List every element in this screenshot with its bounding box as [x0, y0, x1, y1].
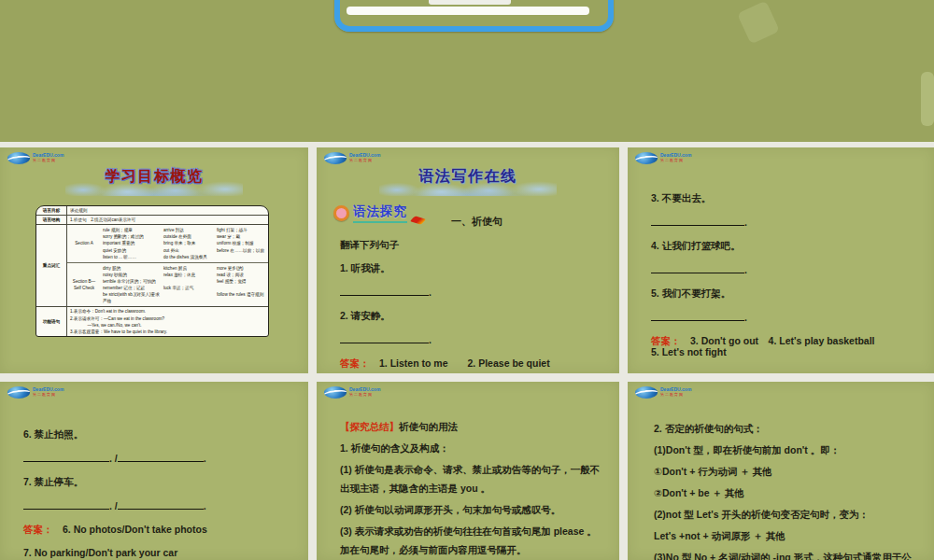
text-segment: 3.: [651, 192, 659, 203]
text-segment: Let's +not: [654, 530, 700, 541]
dearedu-logo: DearEDU.com 第二教育网: [7, 386, 64, 399]
logo-subtext: 第二教育网: [660, 393, 691, 397]
text-line: 1. 祈使句的含义及构成：: [340, 439, 605, 457]
text-segment: 7.: [23, 476, 32, 487]
slide-6: DearEDU.com 第二教育网 2. 否定的祈使句的句式：(1)Don't …: [628, 382, 934, 560]
slide-4: DearEDU.com 第二教育网 6. 禁止拍照。. /.7. 禁止停车。. …: [0, 382, 308, 560]
text-segment: 5.: [651, 287, 659, 299]
badge-circle-icon: [333, 205, 349, 221]
text-segment: 祈使句的含义及构成：: [348, 442, 449, 454]
text-segment: 答案：: [651, 335, 681, 346]
row-header: 语言目标: [36, 206, 67, 215]
row-value: 1.祈使句 2.情态动词can表示许可: [67, 216, 268, 224]
slide-body: 6. 禁止拍照。. /.7. 禁止停车。. /.答案： 6. No photos…: [0, 382, 308, 558]
text-line: ①Don't + 行为动词 ＋ 其他: [654, 462, 923, 481]
text-segment: 型: [681, 509, 696, 520]
text-line: (1) 祈使句是表示命令、请求、禁止或劝告等的句子，一般不出现主语，其隐含的主语…: [340, 460, 605, 497]
row-header: 重点词汇: [36, 225, 67, 306]
text-line: 翻译下列句子: [340, 239, 605, 250]
table-row: 语言结构 1.祈使句 2.情态动词can表示许可: [36, 215, 268, 224]
text-segment: 祈使句的用法: [399, 421, 458, 432]
text-line: 1. 听我讲。: [340, 262, 605, 273]
text-segment: .: [744, 264, 747, 275]
section-label: Section A: [67, 227, 101, 260]
blank-underline: [23, 499, 109, 510]
text-line: 7. 禁止停车。: [23, 476, 294, 487]
text-segment: .: [429, 287, 432, 298]
grammar-explore-badge: 语法探究: [333, 203, 425, 223]
text-segment: No: [694, 552, 707, 560]
text-line: .: [651, 216, 920, 228]
blank-underline: [651, 263, 744, 273]
text-segment: 【探究总结】: [340, 421, 399, 432]
text-line: 7. No parking/Don't park your car: [23, 547, 294, 558]
logo-subtext: 第二教育网: [33, 159, 64, 162]
edge-highlight: [921, 72, 934, 126]
logo-globe-icon: [635, 386, 658, 399]
text-line: (2) 祈使句以动词原形开头，句末加句号或感叹号。: [340, 500, 605, 519]
text-segment: (1): [340, 464, 352, 475]
text-line: 答案： 3. Don't go out 4. Let's play basket…: [651, 335, 920, 357]
slide-1: DearEDU.com 第二教育网 学习目标概览 语言目标 谈论规则 语言结构 …: [0, 147, 308, 373]
blank-underline: [651, 311, 744, 321]
text-segment: 听我讲。: [348, 262, 390, 273]
text-segment: don't: [785, 444, 808, 455]
text-segment: ②: [654, 487, 662, 498]
text-segment: Let's: [697, 509, 719, 520]
text-segment: Don't: [662, 466, 686, 477]
text-line: 【探究总结】祈使句的用法: [340, 417, 605, 436]
text-line: (2)not 型 Let's 开头的祈使句变否定句时，变为：: [654, 505, 923, 524]
row-value: 谈论规则: [67, 206, 268, 215]
text-segment: you: [460, 483, 478, 494]
text-segment: 禁止停车。: [32, 476, 83, 487]
text-segment: 答案：: [23, 524, 53, 535]
section-a-vocab: Section A rule 规则；规章 sorry 抱歉的；难过的 impor…: [67, 225, 268, 262]
dearedu-logo: DearEDU.com 第二教育网: [635, 386, 691, 399]
text-line: 6. 禁止拍照。: [23, 428, 294, 440]
text-segment: 7. No parking/Don't park your car: [23, 547, 177, 558]
text-segment: 形式，这种句式通常用于公: [791, 552, 912, 560]
logo-subtext: 第二教育网: [349, 393, 380, 397]
slide-title: 学习目标概览: [106, 167, 204, 192]
text-segment: 3. Don't go out 4. Let's play basketball…: [651, 335, 914, 357]
vocab-column: fight 打架；战斗 wear 穿；戴 uniform 校服；制服 befor…: [215, 227, 268, 260]
text-segment: .: [744, 312, 747, 323]
text-segment: 祈使句以动词原形开头，句末加句号或感叹号。: [352, 504, 560, 515]
slide-2: DearEDU.com 第二教育网 语法写作在线 语法探究 一、祈使句 翻译下列…: [317, 147, 619, 373]
text-segment: .: [204, 453, 206, 464]
cloud-decoration: 学习目标概览: [65, 162, 243, 196]
text-segment: + 动词原形 ＋ 其他: [700, 530, 785, 541]
text-line: .: [340, 286, 605, 298]
text-segment: 1.: [340, 442, 348, 454]
text-segment: 型: [679, 552, 694, 560]
text-segment: 6. No photos/Don't take photos: [53, 524, 207, 535]
text-segment: (2)not: [654, 509, 681, 520]
blank-underline: [23, 452, 109, 462]
logo-subtext: 第二教育网: [33, 393, 64, 397]
fragment-white-tab: [429, 0, 511, 5]
text-segment: 开头的祈使句变否定句时，变为：: [719, 509, 869, 520]
text-segment: .: [744, 217, 747, 228]
text-segment: 。: [478, 483, 490, 494]
blank-underline: [340, 286, 429, 296]
logo-globe-icon: [324, 386, 347, 399]
text-line: .: [651, 311, 920, 323]
text-line: Let's +not + 动词原形 ＋ 其他: [654, 526, 923, 545]
text-line: ②Don't + be ＋ 其他: [654, 483, 923, 502]
slide-3: DearEDU.com 第二教育网 3. 不要出去。.4. 让我们打篮球吧。.5…: [628, 147, 934, 373]
text-segment: 1.: [340, 262, 348, 273]
row-header: 语言结构: [36, 216, 67, 224]
blank-underline: [651, 216, 744, 226]
text-segment: 6.: [23, 428, 32, 440]
section-label: Section B— Self Check: [67, 265, 101, 305]
logo-subtext: 第二教育网: [660, 159, 691, 162]
row-value: 1.表示命令：Don't eat in the classroom. 2.表示请…: [67, 307, 268, 335]
dearedu-logo: DearEDU.com 第二教育网: [324, 386, 380, 399]
edge-highlight: [737, 1, 780, 45]
text-segment: (2): [340, 504, 352, 515]
text-segment: 不要出去。: [659, 192, 711, 203]
table-row: 功能语句 1.表示命令：Don't eat in the classroom. …: [36, 306, 268, 335]
top-slide-fragment: [334, 0, 614, 32]
text-segment: please: [554, 525, 585, 537]
blank-underline: [118, 452, 204, 462]
